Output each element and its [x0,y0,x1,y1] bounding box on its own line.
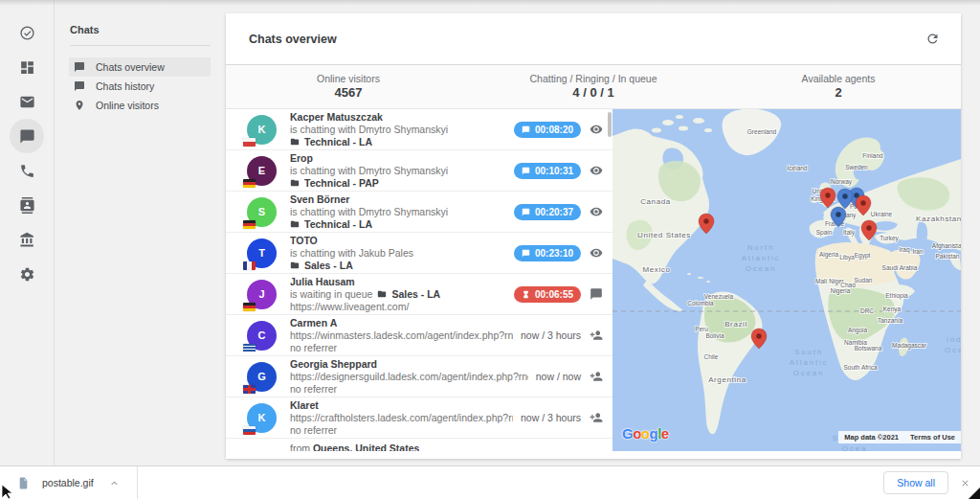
sidebar-item-online-visitors[interactable]: Online visitors [69,96,211,115]
chats-icon[interactable] [10,119,44,153]
invite-visitor-button[interactable] [590,370,603,383]
visitors-map[interactable]: GreenlandIcelandFinlandSwedenNorwayCanad… [612,109,961,451]
map-label: Bolivia [705,332,724,339]
stat-chatting-ringing-queue: Chatting / Ringing / In queue 4 / 0 / 1 [471,65,716,108]
map-label: Botswana [855,345,882,352]
country-flag [243,179,256,188]
map-label: Greenland [747,128,777,135]
panel-header: Chats overview [226,13,961,65]
sidebar-divider [70,45,211,46]
google-logo[interactable]: Google [622,425,669,442]
folder-icon [377,289,387,299]
invite-visitor-button[interactable] [590,411,603,424]
panel-title: Chats overview [249,33,925,46]
list-scrollbar[interactable] [608,112,612,137]
chat-status: is chatting with Dmytro Shymanskyi [290,124,506,136]
visit-times: now / 3 hours [521,329,581,341]
folder-icon [290,137,300,147]
chat-row[interactable]: K Kacper Matuszczak is chatting with Dmy… [226,109,612,150]
map-label: Iran [912,248,924,255]
card-footer [226,451,961,459]
map-label: Iraq [899,246,910,254]
chat-row[interactable]: J Julia Hausam is waiting in queueSales … [226,274,612,315]
visitor-row[interactable]: C Carmen A https://winmasters.ladesk.com… [226,315,612,356]
mouse-cursor [1,482,14,499]
visitor-name: Klaret [290,399,513,412]
open-chat-button[interactable] [590,287,603,301]
map-label: Saudi Arabia [882,264,918,271]
country-flag [243,138,256,147]
bank-icon[interactable] [10,222,44,257]
view-chat-button[interactable] [590,246,603,260]
visitor-referrer: no referrer [290,342,513,354]
chat-department: Technical - LA [290,136,506,148]
map-data-label: Map data ©2021 [838,431,904,443]
place-pin-icon [74,100,85,111]
view-chat-button[interactable] [590,164,603,177]
avatar: S [247,197,277,227]
chat-duration-badge: 00:10:31 [514,163,581,179]
sidebar-item-label: Chats history [96,80,154,92]
person-add-icon [590,329,603,342]
map-label: Sweden [845,164,868,170]
ocean-label: North [747,243,775,252]
chevron-up-icon[interactable] [109,478,120,488]
visitor-name: Erop [290,152,506,165]
map-label: Tanzania [878,317,902,324]
visitor-name: Georgia Sheppard [290,358,528,371]
sidebar-item-chats-history[interactable]: Chats history [69,77,211,96]
map-label: Sudan [855,277,873,284]
stat-value: 2 [835,85,841,101]
file-icon [17,477,30,489]
check-circle-icon[interactable] [10,15,44,50]
sidebar-item-chats-overview[interactable]: Chats overview [69,57,211,77]
mail-icon[interactable] [10,84,44,119]
invite-visitor-button[interactable] [590,329,603,342]
folder-icon [290,261,300,270]
livechat-dashboard: Chats Chats overview Chats history Onlin… [0,0,980,499]
download-item[interactable]: postable.gif [17,477,94,489]
eye-icon [590,205,603,218]
chat-department: Sales - LA [290,260,506,272]
settings-icon[interactable] [10,257,44,291]
chat-list: K Kacper Matuszczak is chatting with Dmy… [226,109,612,451]
ocean-label: Ind [947,335,961,344]
person-add-icon [590,370,603,383]
download-divider [137,466,138,499]
phone-icon[interactable] [10,153,44,188]
ocean-label: Oce [945,346,961,354]
refresh-icon[interactable] [925,32,940,46]
visitor-url: https://craftholsters.ladesk.com/agent/i… [290,412,513,424]
map-label: Italy [843,229,856,237]
map-label: Kenya [883,306,902,313]
visitor-name: Sven Börner [290,193,506,206]
stat-label: Available agents [802,73,876,84]
stat-label: Online visitors [317,73,380,84]
contacts-icon[interactable] [10,188,44,222]
map-label: DRC [860,307,874,314]
view-chat-button[interactable] [590,205,603,218]
map-label: South Africa [843,364,877,371]
chat-icon [522,249,530,258]
dashboard-icon[interactable] [10,50,44,84]
sidebar-heading: Chats [55,0,226,35]
visitor-url: https://www.liveagent.com/ [290,301,506,313]
corner-cursor [969,487,980,499]
visit-times: now / now [536,371,581,382]
avatar: T [247,238,277,268]
chat-icon [522,167,530,175]
visitor-row[interactable]: G Georgia Sheppard https://designersguil… [226,356,612,397]
chat-row[interactable]: S Sven Börner is chatting with Dmytro Sh… [226,192,612,233]
chat-row[interactable]: T TOTO is chatting with Jakub Pales Sale… [226,233,612,274]
show-all-button[interactable]: Show all [883,471,948,494]
eye-icon [590,246,603,260]
chat-icon [590,287,603,301]
view-chat-button[interactable] [590,123,603,136]
terms-of-use-link[interactable]: Terms of Use [904,431,961,443]
visitor-referrer: no referrer [290,424,513,437]
chat-row[interactable]: E Erop is chatting with Dmytro Shymansky… [226,150,612,192]
download-bar: postable.gif Show all [0,465,980,499]
hourglass-icon [522,290,530,299]
visitor-row[interactable]: K Klaret https://craftholsters.ladesk.co… [226,397,612,439]
country-flag [243,261,256,270]
